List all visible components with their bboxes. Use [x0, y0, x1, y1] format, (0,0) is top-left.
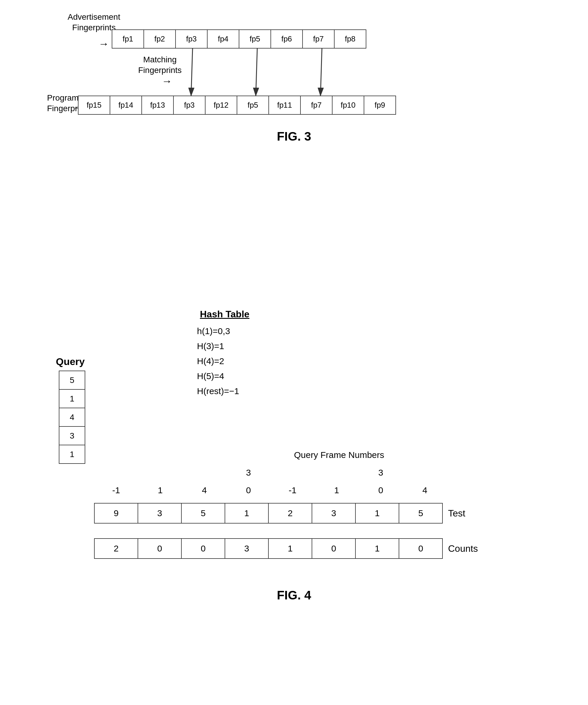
adv-fp-cell: fp8 [334, 30, 366, 49]
numbers-row-mid: -1140-1104 [94, 485, 447, 495]
svg-line-0 [191, 49, 193, 96]
adv-fp-cell: fp5 [239, 30, 271, 49]
adv-arrow: → [98, 38, 109, 50]
adv-fp-cell: fp1 [112, 30, 144, 49]
mid-num-cell: 1 [138, 485, 182, 495]
query-cell: 4 [59, 408, 85, 427]
test-cell: 3 [138, 503, 182, 523]
counts-cell: 0 [138, 538, 182, 559]
prog-fp-cell: fp12 [205, 96, 237, 115]
test-cell: 2 [268, 503, 312, 523]
test-cell: 9 [94, 503, 138, 523]
prog-fp-cell: fp13 [141, 96, 174, 115]
adv-fp-cell: fp7 [302, 30, 335, 49]
query-cell: 1 [59, 389, 85, 408]
prog-fp-cell: fp11 [268, 96, 301, 115]
page-container: AdvertisementFingerprints → fp1fp2fp3fp4… [0, 0, 588, 705]
qfn-label: Query Frame Numbers [294, 450, 384, 460]
counts-cell: 1 [355, 538, 399, 559]
hash-entry: h(1)=0,3 [197, 324, 239, 338]
counts-row: 20031010Counts [94, 538, 478, 559]
prog-fp-row: fp15fp14fp13fp3fp12fp5fp11fp7fp10fp9 [78, 96, 395, 115]
fig3-caption: FIG. 3 [30, 129, 558, 144]
test-cell: 5 [181, 503, 225, 523]
test-label: Test [448, 508, 466, 519]
query-cell: 1 [59, 445, 85, 464]
fig4-caption: FIG. 4 [30, 588, 558, 602]
counts-cell: 2 [94, 538, 138, 559]
test-cell: 1 [355, 503, 399, 523]
query-label: Query [56, 356, 85, 367]
counts-cell: 0 [312, 538, 356, 559]
hash-entry: H(rest)=−1 [197, 383, 239, 398]
adv-fp-row: fp1fp2fp3fp4fp5fp6fp7fp8 [112, 30, 366, 49]
svg-line-2 [321, 49, 322, 96]
adv-fp-cell: fp4 [207, 30, 239, 49]
prog-fp-cell: fp9 [364, 96, 396, 115]
test-row: 93512315Test [94, 503, 466, 523]
test-cell: 3 [312, 503, 356, 523]
counts-cell: 0 [399, 538, 443, 559]
prog-fp-cell: fp15 [78, 96, 110, 115]
mid-num-cell: 0 [359, 485, 403, 495]
query-cell: 3 [59, 426, 85, 445]
test-cell: 1 [225, 503, 269, 523]
adv-fp-cell: fp2 [143, 30, 176, 49]
prog-fp-cell: fp14 [110, 96, 142, 115]
adv-fp-cell: fp6 [271, 30, 303, 49]
mid-num-cell: -1 [94, 485, 138, 495]
hash-entry: H(4)=2 [197, 354, 239, 369]
hash-entry: H(5)=4 [197, 369, 239, 383]
svg-line-1 [256, 49, 257, 96]
top-num-cell: 3 [359, 468, 403, 478]
numbers-row-top: 33 [94, 468, 447, 478]
hash-entry: H(3)=1 [197, 338, 239, 354]
prog-fp-cell: fp5 [237, 96, 269, 115]
hash-table-entries: h(1)=0,3H(3)=1H(4)=2H(5)=4H(rest)=−1 [197, 324, 239, 398]
query-cell: 5 [59, 371, 85, 390]
mid-num-cell: 1 [314, 485, 359, 495]
mid-num-cell: 0 [227, 485, 271, 495]
counts-cell: 1 [268, 538, 312, 559]
matching-fingerprints-label: MatchingFingerprints [138, 54, 182, 76]
hash-table-title: Hash Table [200, 309, 249, 320]
test-cell: 5 [399, 503, 443, 523]
mid-num-cell: 4 [182, 485, 227, 495]
counts-label: Counts [448, 543, 478, 554]
prog-fp-cell: fp7 [300, 96, 333, 115]
matching-arrow: → [162, 75, 172, 87]
counts-cell: 3 [225, 538, 269, 559]
mid-num-cell: -1 [271, 485, 314, 495]
prog-fp-cell: fp3 [173, 96, 205, 115]
counts-cell: 0 [181, 538, 225, 559]
prog-fp-cell: fp10 [332, 96, 364, 115]
mid-num-cell: 4 [403, 485, 447, 495]
query-box: 51431 [59, 371, 85, 463]
top-num-cell: 3 [227, 468, 271, 478]
adv-fp-cell: fp3 [175, 30, 207, 49]
